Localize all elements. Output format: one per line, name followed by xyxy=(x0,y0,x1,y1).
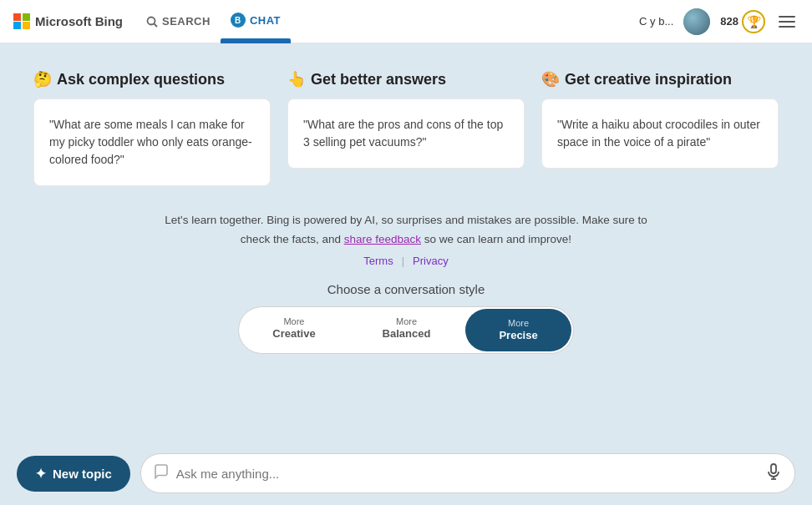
feature-card-better[interactable]: "What are the pros and cons of the top 3… xyxy=(287,98,525,169)
hamburger-menu[interactable] xyxy=(775,10,799,33)
avatar[interactable] xyxy=(683,8,710,35)
feature-card-complex[interactable]: "What are some meals I can make for my p… xyxy=(33,98,271,186)
trophy-icon[interactable]: 🏆 xyxy=(742,10,765,33)
nav-chat[interactable]: B CHAT xyxy=(221,0,291,43)
logo[interactable]: Microsoft Bing xyxy=(13,13,123,30)
conversation-style-label: Choose a conversation style xyxy=(327,282,485,296)
style-creative-btn[interactable]: More Creative xyxy=(239,307,348,353)
chat-input-wrap xyxy=(140,453,795,493)
points-badge: 828 🏆 xyxy=(720,10,765,33)
conversation-style-selector: More Creative More Balanced More Precise xyxy=(238,306,573,354)
feature-title-complex: 🤔 Ask complex questions xyxy=(33,70,271,92)
main-nav: SEARCH B CHAT xyxy=(136,0,291,43)
privacy-link[interactable]: Privacy xyxy=(413,255,449,267)
legal-separator: | xyxy=(402,255,404,267)
bottom-bar: ✦ New topic xyxy=(0,445,812,505)
points-count: 828 xyxy=(720,15,738,28)
chat-icon: B xyxy=(231,13,246,28)
feature-row: 🤔 Ask complex questions "What are some m… xyxy=(33,70,779,186)
svg-line-1 xyxy=(155,23,158,27)
disclaimer: Let's learn together. Bing is powered by… xyxy=(165,211,647,250)
header: Microsoft Bing SEARCH B CHAT C y b... 82… xyxy=(0,0,812,43)
style-balanced-btn[interactable]: More Balanced xyxy=(349,307,464,353)
complex-emoji: 🤔 xyxy=(33,70,52,88)
sparkle-icon: ✦ xyxy=(35,466,46,482)
new-topic-button[interactable]: ✦ New topic xyxy=(17,456,130,492)
svg-point-0 xyxy=(148,17,155,24)
nav-search[interactable]: SEARCH xyxy=(136,0,221,43)
chat-bubble-icon xyxy=(153,463,170,484)
search-icon xyxy=(146,16,158,28)
feature-col-better: 👆 Get better answers "What are the pros … xyxy=(287,70,525,186)
mic-icon[interactable] xyxy=(764,462,783,485)
share-feedback-link[interactable]: share feedback xyxy=(344,233,421,245)
disclaimer-line2-post: so we can learn and improve! xyxy=(421,233,571,245)
header-right: C y b... 828 🏆 xyxy=(639,8,799,35)
feature-title-creative: 🎨 Get creative inspiration xyxy=(541,70,779,92)
disclaimer-line2-pre: check the facts, and xyxy=(241,233,344,245)
better-emoji: 👆 xyxy=(287,70,306,88)
feature-col-creative: 🎨 Get creative inspiration "Write a haik… xyxy=(541,70,779,186)
svg-rect-2 xyxy=(771,464,776,473)
brand-name: Microsoft Bing xyxy=(35,14,123,28)
feature-card-creative[interactable]: "Write a haiku about crocodiles in outer… xyxy=(541,98,779,169)
legal-links: Terms | Privacy xyxy=(363,255,448,267)
disclaimer-line1: Let's learn together. Bing is powered by… xyxy=(165,214,647,226)
feature-title-better: 👆 Get better answers xyxy=(287,70,525,92)
creative-emoji: 🎨 xyxy=(541,70,560,88)
main-content: 🤔 Ask complex questions "What are some m… xyxy=(0,43,812,374)
feature-col-complex: 🤔 Ask complex questions "What are some m… xyxy=(33,70,271,186)
username: C y b... xyxy=(639,15,673,28)
terms-link[interactable]: Terms xyxy=(363,255,393,267)
chat-input[interactable] xyxy=(176,467,758,481)
microsoft-logo xyxy=(13,13,30,30)
style-precise-btn[interactable]: More Precise xyxy=(465,309,571,351)
